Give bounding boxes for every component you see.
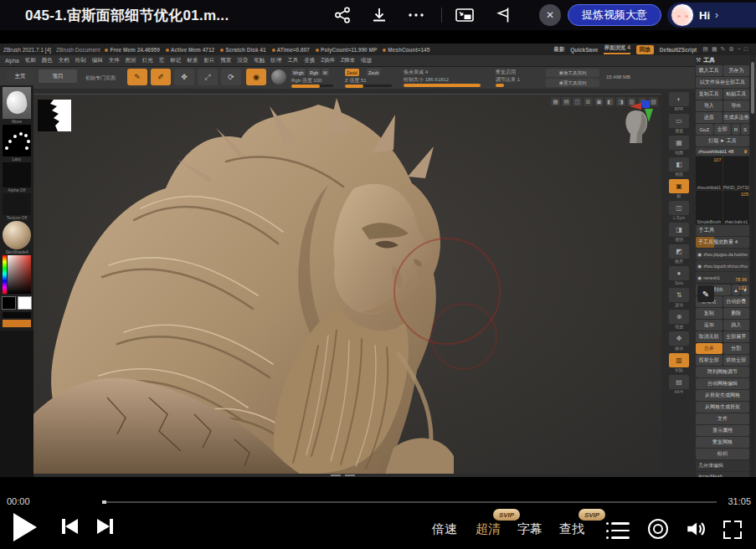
subtool-button[interactable]: 烘焙全部	[723, 355, 750, 366]
lightbox-tool-button[interactable]: 灯箱 ► 工具	[696, 136, 749, 146]
make-polymesh-button[interactable]: 生成多边形网格物体	[723, 112, 750, 123]
menu-item[interactable]: 预置	[220, 57, 231, 64]
right-shelf-button[interactable]: ● Solo	[667, 266, 691, 286]
current-stroke-thumbnail[interactable]	[3, 125, 31, 156]
menu-item[interactable]: 图层	[126, 57, 136, 64]
canvas-mini-icon[interactable]: ▤	[562, 97, 571, 106]
tool-thumbnail[interactable]: SimpleBrush	[696, 191, 723, 224]
menu-item[interactable]: 变换	[304, 57, 315, 64]
quicksave-button[interactable]: QuickSave	[570, 47, 598, 53]
subtool-button[interactable]: 插入	[723, 320, 750, 331]
menu-item[interactable]: 编辑	[92, 57, 103, 64]
palette-section[interactable]: 几何体编辑	[696, 460, 749, 471]
picture-in-picture-icon[interactable]	[455, 6, 475, 24]
adjust-ratio-slider[interactable]: 调节比率 1	[496, 76, 520, 84]
right-shelf-button[interactable]: ◫ L.Sym	[667, 201, 691, 221]
account-chip[interactable]: Hi ›	[667, 3, 756, 28]
eye-icon[interactable]: ◉	[697, 251, 702, 257]
eye-icon[interactable]: ◉	[697, 263, 702, 269]
menu-item[interactable]: 宏	[159, 57, 165, 64]
sculpt-canvas[interactable]: ▦▤◫⊞▣◧◨▥□▨	[33, 94, 661, 474]
redo-arrange-button[interactable]: 重做工具排列	[546, 69, 599, 77]
hue-strip[interactable]	[3, 255, 7, 294]
main-color-swatch[interactable]	[2, 296, 16, 310]
right-shelf-button[interactable]: ▤ AA半	[667, 375, 691, 395]
menu-item[interactable]: 笔刷	[25, 57, 36, 64]
focal-shift-slider[interactable]: 焦点衰减 4	[404, 69, 428, 76]
tool-thumbnail[interactable]: 105 zhan.balv.s1	[723, 191, 750, 224]
subtool-button[interactable]: 投射全部	[696, 355, 723, 366]
play-button[interactable]	[13, 513, 37, 541]
zscript-label[interactable]: DefaultZScript	[660, 47, 697, 53]
goz-button[interactable]: GoZ	[696, 124, 713, 135]
canvas-mini-icon[interactable]: ▦	[551, 97, 560, 106]
menu-item[interactable]: 笔触	[254, 57, 265, 64]
quality-button[interactable]: 超清	[476, 521, 501, 537]
right-shelf-button[interactable]: ◧ 局部	[667, 157, 691, 177]
z-intensity-slider[interactable]: Z 强度 51	[345, 77, 367, 85]
current-alpha-thumbnail[interactable]	[3, 162, 31, 187]
titlebar-config-icon[interactable]: ▤	[702, 46, 708, 53]
canvas-mini-icon[interactable]: ▣	[594, 97, 604, 106]
subtool-button[interactable]: 合并	[696, 343, 723, 354]
menu-item[interactable]: 文件	[109, 57, 120, 64]
right-shelf-button[interactable]: ▦ 地面	[667, 136, 691, 156]
titlebar-config-icon[interactable]: ⚙	[728, 46, 733, 53]
shelf-tab-project[interactable]: 项目	[39, 69, 77, 83]
menu-item[interactable]: 文档	[59, 57, 69, 64]
summarize-video-button[interactable]: 提炼视频大意	[568, 4, 661, 26]
menu-item[interactable]: 缩放	[361, 57, 372, 64]
ui-browse-tab[interactable]: 界面浏览 4	[604, 44, 630, 54]
shelf-mode-icon[interactable]: ✐	[151, 69, 171, 85]
restore-button[interactable]: 还原	[696, 112, 723, 123]
rgb-intensity-slider[interactable]: Rgb 强度 100	[291, 77, 321, 85]
canvas-mini-icon[interactable]: ◧	[605, 97, 615, 106]
menu-item[interactable]: Z插件	[321, 57, 335, 64]
shelf-mode-icon[interactable]: ⤢	[198, 69, 218, 85]
saturation-value-square[interactable]	[8, 255, 31, 294]
shelf-mode-icon[interactable]: ⟳	[221, 69, 241, 85]
menu-item[interactable]: 颜色	[42, 57, 53, 64]
material-sphere-icon[interactable]	[271, 69, 286, 85]
subtool-preview-slider[interactable]: 子工具预览数量 4	[696, 237, 749, 248]
progress-handle[interactable]	[102, 500, 106, 504]
tool-thumbnail[interactable]: PM3D_ZhT32	[723, 156, 750, 190]
tool-thumbnail[interactable]: 107 zhoushibdd1	[696, 156, 723, 190]
playback-button[interactable]: 回放	[636, 45, 654, 54]
subtool-row-button[interactable]: 重复网格	[696, 437, 749, 448]
active-tool-slider[interactable]: zhoushibdd1 489	[696, 147, 749, 156]
repeat-toggle[interactable]: 重复启用	[496, 69, 516, 76]
right-shelf-button[interactable]: ▣ 帧	[667, 179, 691, 199]
left-shelf-orange-bar[interactable]	[3, 320, 31, 327]
shelf-tab-home[interactable]: 主页	[7, 69, 33, 83]
current-texture-thumbnail[interactable]	[3, 193, 31, 215]
zsub-button[interactable]: Zsub	[367, 69, 380, 76]
subtool-row[interactable]: ◉ zhou.loguch.shzuo.zhuangqishi	[696, 260, 749, 271]
more-icon[interactable]	[406, 6, 426, 24]
right-shelf-button[interactable]: ⊕ 缩放	[667, 310, 691, 330]
eye-icon[interactable]: ◉	[697, 274, 702, 280]
color-picker[interactable]	[3, 255, 31, 294]
zadd-button[interactable]: Zadd	[345, 69, 359, 76]
secondary-color-swatch[interactable]	[18, 296, 32, 310]
sculptris-pro-icon[interactable]: ◉	[246, 69, 266, 85]
reset-arrange-button[interactable]: 重置工具排列	[546, 79, 599, 87]
subtool-row-button[interactable]: 组织	[696, 449, 749, 459]
canvas-mini-icon[interactable]: ◫	[573, 97, 582, 106]
right-shelf-button[interactable]: ⇅ 滚动	[667, 288, 691, 308]
record-icon[interactable]	[648, 519, 668, 539]
subtool-button[interactable]: 全部展开	[723, 331, 750, 342]
find-button[interactable]: 查找	[559, 521, 584, 537]
subtool-row[interactable]: ◉ zhou.jiqugou.da.huichengshi	[696, 249, 749, 259]
next-button[interactable]	[97, 519, 113, 534]
download-icon[interactable]	[369, 6, 389, 24]
menu-item[interactable]: 影片	[203, 57, 214, 64]
right-shelf-button[interactable]: ▭ 透视	[667, 114, 691, 134]
right-shelf-button[interactable]: ▥ 实际	[667, 353, 691, 373]
s-button[interactable]: S	[741, 124, 749, 135]
fullscreen-icon[interactable]	[723, 521, 742, 539]
current-brush-thumbnail[interactable]	[3, 87, 31, 119]
subtool-row-button[interactable]: 文件	[696, 413, 749, 424]
subtool-button[interactable]: 删除	[723, 308, 750, 319]
palette-section[interactable]: ArrayMesh	[696, 472, 749, 477]
